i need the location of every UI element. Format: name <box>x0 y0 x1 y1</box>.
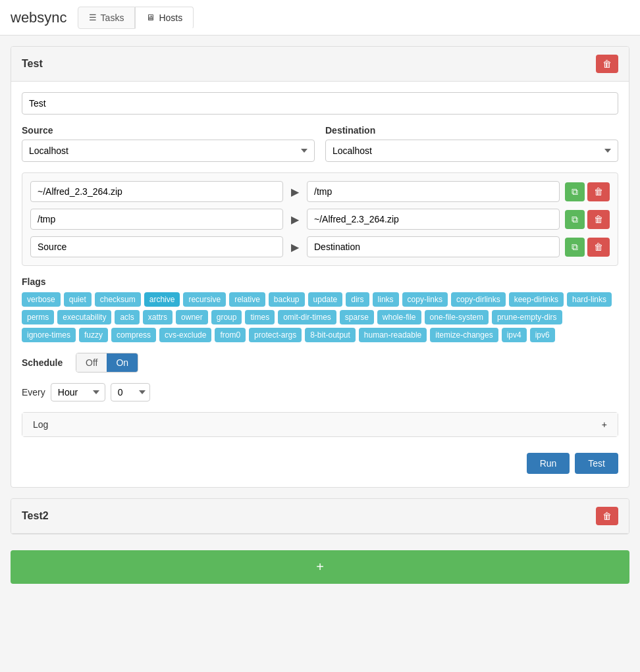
task-card-1: Test 🗑 Source Localhost Destination Loca… <box>11 46 629 488</box>
flag-ipv6[interactable]: ipv6 <box>530 328 555 342</box>
dst-input-3[interactable] <box>307 236 560 257</box>
test-button[interactable]: Test <box>575 453 618 474</box>
flag-8-bit-output[interactable]: 8-bit-output <box>305 328 356 342</box>
flag-times[interactable]: times <box>245 310 275 324</box>
flag-perms[interactable]: perms <box>22 310 54 324</box>
delete-task-2-button[interactable]: 🗑 <box>596 507 618 525</box>
src-input-1[interactable] <box>30 181 283 202</box>
flag-omit-dir-times[interactable]: omit-dir-times <box>278 310 336 324</box>
main-content: Test 🗑 Source Localhost Destination Loca… <box>0 36 640 594</box>
src-input-3[interactable] <box>30 236 283 257</box>
source-label: Source <box>22 125 315 136</box>
run-button[interactable]: Run <box>527 453 570 474</box>
flag-dirs[interactable]: dirs <box>346 292 369 307</box>
log-section: Log + <box>22 412 618 437</box>
source-col: Source Localhost <box>22 125 315 162</box>
flag-update[interactable]: update <box>308 292 343 307</box>
delete-pair-1-button[interactable]: 🗑 <box>587 182 610 201</box>
src-dest-row: Source Localhost Destination Localhost <box>22 125 618 162</box>
flag-ipv4[interactable]: ipv4 <box>502 328 527 342</box>
dst-input-2[interactable] <box>307 209 560 230</box>
file-pair-3: ▶ ⧉ 🗑 <box>30 236 610 257</box>
src-input-2[interactable] <box>30 209 283 230</box>
flag-prune-empty-dirs[interactable]: prune-empty-dirs <box>492 310 562 324</box>
task-body-1: Source Localhost Destination Localhost ▶ <box>11 82 629 487</box>
flag-acls[interactable]: acls <box>115 310 139 324</box>
flag-one-file-system[interactable]: one-file-system <box>425 310 489 324</box>
delete-task-1-button[interactable]: 🗑 <box>596 55 618 73</box>
log-header[interactable]: Log + <box>22 413 618 436</box>
every-unit-select[interactable]: Minute Hour Day Week <box>51 383 105 401</box>
flag-verbose[interactable]: verbose <box>22 292 61 307</box>
flag-compress[interactable]: compress <box>111 328 156 342</box>
destination-col: Destination Localhost <box>325 125 618 162</box>
flag-archive[interactable]: archive <box>144 292 180 307</box>
tab-tasks-label: Tasks <box>101 13 124 23</box>
flag-keep-dirlinks[interactable]: keep-dirlinks <box>509 292 564 307</box>
navbar: websync ☰ Tasks 🖥 Hosts <box>0 0 640 36</box>
flag-quiet[interactable]: quiet <box>64 292 92 307</box>
tab-hosts-label: Hosts <box>159 13 182 23</box>
file-pair-2: ▶ ⧉ 🗑 <box>30 209 610 230</box>
tab-hosts[interactable]: 🖥 Hosts <box>135 7 194 29</box>
flag-cvs-exclude[interactable]: cvs-exclude <box>159 328 211 342</box>
flag-itemize-changes[interactable]: itemize-changes <box>430 328 498 342</box>
source-select[interactable]: Localhost <box>22 140 315 162</box>
task-header-1: Test 🗑 <box>11 47 629 82</box>
flag-from0[interactable]: from0 <box>215 328 246 342</box>
flag-ignore-times[interactable]: ignore-times <box>22 328 76 342</box>
task-title-1: Test <box>22 58 43 70</box>
task-title-2: Test2 <box>22 510 49 522</box>
arrow-icon-2: ▶ <box>288 213 302 226</box>
flag-checksum[interactable]: checksum <box>95 292 141 307</box>
flag-links[interactable]: links <box>373 292 399 307</box>
log-expand-icon: + <box>602 419 607 430</box>
flag-copy-dirlinks[interactable]: copy-dirlinks <box>451 292 506 307</box>
schedule-off-button[interactable]: Off <box>76 353 107 372</box>
every-label: Every <box>22 387 45 398</box>
file-pairs-container: ▶ ⧉ 🗑 ▶ ⧉ 🗑 <box>22 172 618 266</box>
arrow-icon-3: ▶ <box>288 241 302 253</box>
dst-input-1[interactable] <box>307 181 560 202</box>
task-name-input[interactable] <box>22 92 618 115</box>
flag-owner[interactable]: owner <box>176 310 208 324</box>
flag-human-readable[interactable]: human-readable <box>359 328 427 342</box>
flag-group[interactable]: group <box>211 310 242 324</box>
delete-pair-2-button[interactable]: 🗑 <box>587 210 610 229</box>
pair-actions-3: ⧉ 🗑 <box>565 238 610 257</box>
flag-copy-links[interactable]: copy-links <box>402 292 448 307</box>
nav-tabs: ☰ Tasks 🖥 Hosts <box>78 7 194 29</box>
destination-select[interactable]: Localhost <box>325 140 618 162</box>
copy-pair-1-button[interactable]: ⧉ <box>565 182 585 201</box>
file-pair-1: ▶ ⧉ 🗑 <box>30 181 610 202</box>
task-header-2: Test2 🗑 <box>11 499 629 534</box>
pair-actions-2: ⧉ 🗑 <box>565 210 610 229</box>
copy-pair-2-button[interactable]: ⧉ <box>565 210 585 229</box>
tab-tasks[interactable]: ☰ Tasks <box>78 7 136 29</box>
flag-executability[interactable]: executability <box>57 310 111 324</box>
schedule-on-button[interactable]: On <box>107 353 138 372</box>
schedule-toggle: Off On <box>76 353 138 373</box>
pair-actions-1: ⧉ 🗑 <box>565 182 610 201</box>
flag-fuzzy[interactable]: fuzzy <box>79 328 108 342</box>
schedule-row: Schedule Off On <box>22 353 618 373</box>
add-task-button[interactable]: + <box>11 550 629 584</box>
flag-backup[interactable]: backup <box>269 292 305 307</box>
flag-relative[interactable]: relative <box>229 292 265 307</box>
flag-whole-file[interactable]: whole-file <box>377 310 421 324</box>
flags-label: Flags <box>22 276 618 287</box>
schedule-label: Schedule <box>22 357 68 368</box>
destination-label: Destination <box>325 125 618 136</box>
tasks-icon: ☰ <box>89 13 97 22</box>
flags-list: verbosequietchecksumarchiverecursiverela… <box>22 292 618 342</box>
arrow-icon-1: ▶ <box>288 186 302 198</box>
copy-pair-3-button[interactable]: ⧉ <box>565 238 585 257</box>
flag-xattrs[interactable]: xattrs <box>143 310 173 324</box>
flag-recursive[interactable]: recursive <box>183 292 226 307</box>
flag-hard-links[interactable]: hard-links <box>567 292 612 307</box>
every-value-select[interactable]: 0 1 2 6 12 <box>111 383 150 401</box>
delete-pair-3-button[interactable]: 🗑 <box>587 238 610 257</box>
task-name-row <box>22 92 618 115</box>
flag-protect-args[interactable]: protect-args <box>249 328 302 342</box>
flag-sparse[interactable]: sparse <box>340 310 374 324</box>
